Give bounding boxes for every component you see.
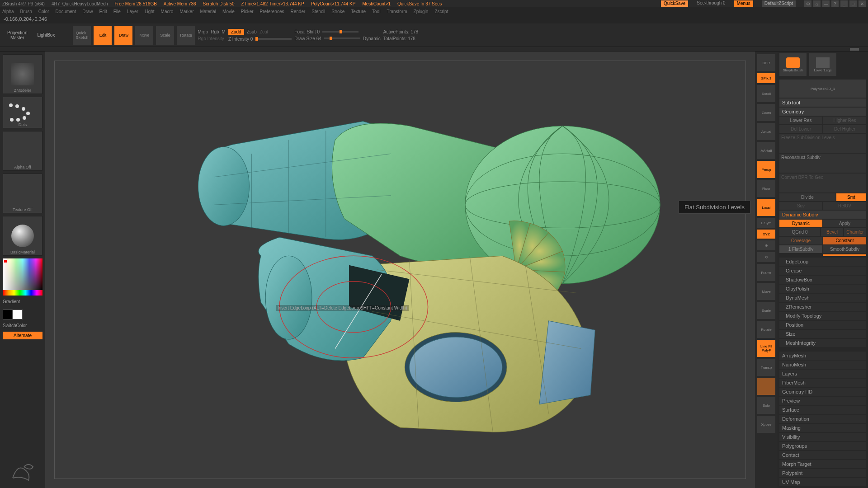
- polyf-button[interactable]: Line FilPolyF: [757, 340, 775, 357]
- menu-brush[interactable]: Brush: [20, 9, 32, 14]
- actual-button[interactable]: Actual: [757, 123, 775, 140]
- draw-mode-button[interactable]: Draw: [114, 26, 132, 45]
- scale-mode-button[interactable]: Scale: [156, 26, 174, 45]
- ruler[interactable]: [0, 47, 868, 52]
- menu-tool[interactable]: Tool: [372, 9, 380, 14]
- dynamic-subdiv-header[interactable]: Dynamic Subdiv: [779, 211, 866, 219]
- spix-button[interactable]: SPix 3: [757, 73, 775, 83]
- brush-slot[interactable]: ZModeler: [3, 54, 42, 94]
- zsub-button[interactable]: Zsub: [247, 29, 257, 34]
- crease-item[interactable]: Crease: [779, 267, 866, 275]
- gradient-toggle[interactable]: Gradient: [3, 298, 42, 305]
- quick-sketch-button[interactable]: Quick Sketch: [73, 26, 91, 45]
- arraymesh-item[interactable]: ArrayMesh: [779, 352, 866, 360]
- persp-button[interactable]: Persp: [757, 161, 775, 178]
- canvas[interactable]: Insert EdgeLoop (ALT=Delete EdgeLoop SHF…: [54, 61, 746, 479]
- menu-texture[interactable]: Texture: [351, 9, 366, 14]
- polygroups-item[interactable]: Polygroups: [779, 442, 866, 450]
- menu-movie[interactable]: Movie: [222, 9, 235, 14]
- size-item[interactable]: Size: [779, 330, 866, 338]
- aahalf-button[interactable]: AAHalf: [757, 142, 775, 159]
- menu-light[interactable]: Light: [145, 9, 155, 14]
- texture-slot[interactable]: Texture Off: [3, 174, 42, 213]
- ghost-button[interactable]: [757, 378, 775, 395]
- zremesher-item[interactable]: ZRemesher: [779, 303, 866, 311]
- claypolish-item[interactable]: ClayPolish: [779, 285, 866, 293]
- seethrough-slider[interactable]: See-through 0: [697, 0, 725, 7]
- constant-button[interactable]: Constant: [823, 237, 866, 244]
- pivot-button[interactable]: ⊕: [757, 240, 775, 250]
- minimize-button[interactable]: _: [840, 0, 848, 7]
- menus-toggle[interactable]: Menus: [734, 0, 753, 7]
- chamfer-button[interactable]: Chamfer: [844, 228, 866, 236]
- contact-item[interactable]: Contact: [779, 451, 866, 459]
- scroll-button[interactable]: Scroll: [757, 85, 775, 102]
- xpose-button[interactable]: Xpose: [757, 416, 775, 433]
- menu-layer[interactable]: Layer: [127, 9, 138, 14]
- lsym-button[interactable]: L.Sym: [757, 218, 775, 228]
- geometry-header[interactable]: Geometry: [779, 108, 866, 116]
- freeze-subdiv-button[interactable]: Freeze SubDivision Levels: [779, 134, 866, 153]
- dynamic-button[interactable]: Dynamic: [779, 220, 822, 227]
- material-slot[interactable]: BasicMaterial: [3, 216, 42, 256]
- subtool-header[interactable]: SubTool: [779, 99, 866, 107]
- convert-bpr-button[interactable]: Convert BPR To Geo: [779, 174, 866, 192]
- mrgb-button[interactable]: Mrgb: [198, 29, 208, 34]
- dynamesh-item[interactable]: DynaMesh: [779, 294, 866, 302]
- xyz-button[interactable]: XYZ: [757, 230, 775, 239]
- meshintegrity-item[interactable]: MeshIntegrity: [779, 339, 866, 347]
- menu-alpha[interactable]: Alpha: [2, 9, 14, 14]
- swatch-white[interactable]: [13, 310, 23, 319]
- local-button[interactable]: Local: [757, 199, 775, 216]
- menu-preferences[interactable]: Preferences: [260, 9, 284, 14]
- smoothsubdiv-slider[interactable]: SmoothSubdiv: [823, 245, 866, 253]
- transp-button[interactable]: Transp: [757, 359, 775, 376]
- flatsubdiv-slider[interactable]: 1 FlatSubdiv: [779, 245, 822, 253]
- frame-button[interactable]: Frame: [757, 264, 775, 281]
- menu-picker[interactable]: Picker: [241, 9, 254, 14]
- menu-edit[interactable]: Edit: [99, 9, 107, 14]
- stroke-slot[interactable]: Dots: [3, 97, 42, 128]
- menu-stencil[interactable]: Stencil: [311, 9, 325, 14]
- rgb-button[interactable]: Rgb: [211, 29, 219, 34]
- alpha-slot[interactable]: Alpha Off: [3, 131, 42, 171]
- edit-mode-button[interactable]: Edit: [94, 26, 112, 45]
- menu-zplugin[interactable]: Zplugin: [414, 9, 429, 14]
- reset-button[interactable]: ↺: [757, 252, 775, 262]
- zoom-button[interactable]: Zoom: [757, 104, 775, 121]
- masking-item[interactable]: Masking: [779, 424, 866, 432]
- swatch-black[interactable]: [3, 310, 13, 319]
- menu-transform[interactable]: Transform: [387, 9, 407, 14]
- morph-target-item[interactable]: Morph Target: [779, 460, 866, 468]
- bevel-button[interactable]: Bevel: [821, 228, 843, 236]
- menu-material[interactable]: Material: [200, 9, 217, 14]
- deformation-item[interactable]: Deformation: [779, 415, 866, 423]
- edgeloop-item[interactable]: EdgeLoop: [779, 258, 866, 266]
- reconstruct-subdiv-button[interactable]: Reconstruct Subdiv: [779, 154, 866, 173]
- rgb-intensity-slider[interactable]: Rgb Intensity: [198, 36, 224, 41]
- shadowbox-item[interactable]: ShadowBox: [779, 276, 866, 284]
- projection-master-button[interactable]: Projection Master: [4, 28, 31, 43]
- home-button[interactable]: ⌂: [813, 0, 821, 7]
- m-button[interactable]: M: [222, 29, 226, 34]
- qgrid-slider[interactable]: QGrid 0: [779, 228, 820, 236]
- switch-color-button[interactable]: SwitchColor: [3, 322, 42, 329]
- close-button[interactable]: ✕: [859, 0, 866, 7]
- dynamic-toggle[interactable]: Dynamic: [363, 36, 381, 41]
- menu-file[interactable]: File: [113, 9, 121, 14]
- maximize-button[interactable]: □: [849, 0, 857, 7]
- lower-res-button[interactable]: Lower Res: [779, 117, 822, 124]
- model-mesh[interactable]: [55, 61, 745, 479]
- draw-size-slider[interactable]: Draw Size 64: [294, 36, 321, 41]
- brush-thumb-lower[interactable]: LowerLegs: [809, 53, 836, 76]
- apply-button[interactable]: Apply: [823, 220, 866, 227]
- menu-document[interactable]: Document: [56, 9, 76, 14]
- smt-button[interactable]: Smt: [836, 193, 866, 201]
- menu-render[interactable]: Render: [291, 9, 306, 14]
- uvmap-item[interactable]: UV Map: [779, 478, 866, 486]
- color-picker[interactable]: [3, 258, 42, 296]
- menu-stroke[interactable]: Stroke: [331, 9, 344, 14]
- coverage-button[interactable]: Coverage: [779, 237, 822, 244]
- visibility-item[interactable]: Visibility: [779, 433, 866, 441]
- viewport[interactable]: Insert EdgeLoop (ALT=Delete EdgeLoop SHF…: [45, 52, 755, 488]
